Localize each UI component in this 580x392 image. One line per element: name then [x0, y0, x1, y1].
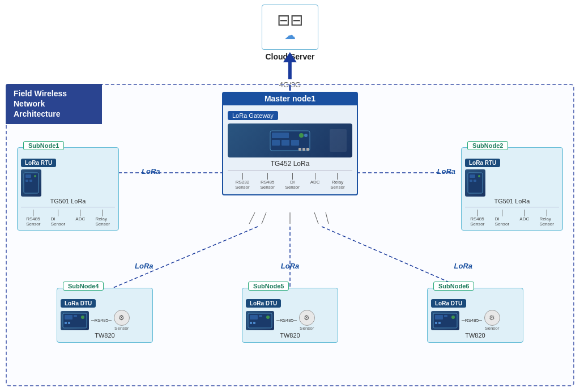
subnode6-dtu-badge: LoRa DTU	[431, 299, 466, 308]
main-container: ⊟⊟ ☁ Cloud Server 4G/3G Field Wireless N…	[0, 0, 580, 392]
subnode5-device-label: TW820	[246, 332, 334, 339]
subnode5: SubNode5 LoRa DTU ─RS485─ ⚙	[242, 288, 338, 343]
subnode6-content: LoRa DTU ─RS485─ ⚙ Sensor	[431, 297, 519, 339]
svg-rect-22	[25, 174, 31, 178]
subnode4-rs485: ─RS485─	[91, 318, 112, 323]
svg-rect-23	[25, 180, 28, 182]
master-node: Master node1 LoRa Gateway TG452 LoRa	[222, 92, 358, 195]
connector-di: DISensor	[285, 173, 300, 190]
connector-rs485: RS485Sensor	[260, 173, 274, 190]
subnode1-content: LoRa RTU TG501 LoRa RS485Sensor	[21, 157, 115, 227]
svg-point-46	[451, 316, 455, 319]
subnode6-sensor: ⚙ Sensor	[484, 310, 500, 331]
svg-rect-27	[470, 174, 475, 178]
arrow-line	[288, 62, 292, 79]
subnode5-header: SubNode5	[248, 282, 289, 291]
subnode1-device-row	[21, 169, 115, 197]
svg-rect-38	[250, 315, 258, 319]
subnode2-device-image	[465, 169, 485, 197]
subnode2-content: LoRa RTU TG501 LoRa RS485Sensor	[465, 157, 559, 227]
svg-rect-29	[474, 180, 476, 182]
svg-rect-13	[272, 140, 280, 146]
arrow-up-icon	[283, 52, 297, 62]
master-device-image	[228, 123, 352, 157]
connector-relay: RelaySensor	[330, 173, 344, 190]
subnode2: SubNode2 LoRa RTU TG501 LoRa	[461, 147, 563, 231]
connector-adc: ADC	[310, 173, 320, 190]
subnode2-device-row	[465, 169, 559, 197]
svg-rect-15	[291, 140, 299, 146]
master-node-header: Master node1	[222, 92, 358, 105]
svg-rect-45	[444, 315, 447, 317]
svg-rect-18	[298, 148, 301, 151]
svg-rect-39	[259, 315, 262, 317]
lora-label-bottom-center: LoRa	[281, 262, 300, 270]
subnode2-header: SubNode2	[467, 141, 508, 150]
svg-rect-12	[272, 133, 289, 138]
subnode4-header: SubNode4	[63, 282, 104, 291]
master-connectors: RS232Sensor RS485Sensor DISensor ADC Rel…	[228, 170, 352, 190]
svg-point-17	[304, 134, 308, 137]
svg-rect-33	[74, 315, 77, 317]
subnode6-rs485: ─RS485─	[462, 318, 482, 323]
lora-label-bottom-left: LoRa	[135, 262, 153, 270]
svg-rect-48	[438, 322, 441, 324]
svg-point-25	[34, 175, 36, 177]
subnode1: SubNode1 LoRa RTU TG501 LoRa	[17, 147, 119, 231]
master-device-label: TG452 LoRa	[228, 160, 352, 168]
subnode5-device-image	[246, 311, 274, 330]
subnode5-content: LoRa DTU ─RS485─ ⚙ Sensor	[246, 297, 334, 339]
subnode1-device-label: TG501 LoRa	[21, 198, 115, 204]
subnode2-rtu-badge: LoRa RTU	[465, 159, 500, 167]
svg-rect-14	[282, 140, 289, 146]
svg-rect-24	[29, 180, 32, 182]
subnode6: SubNode6 LoRa DTU ─RS485─ ⚙	[427, 288, 523, 343]
svg-rect-28	[470, 180, 472, 182]
subnode5-device-row: ─RS485─ ⚙ Sensor	[246, 310, 334, 331]
subnode2-connectors: RS485Sensor DISensor ADC RelaySensor	[465, 207, 559, 227]
svg-point-16	[299, 133, 304, 138]
svg-rect-19	[302, 148, 305, 151]
subnode1-header: SubNode1	[23, 141, 64, 150]
lora-label-left: LoRa	[142, 167, 160, 176]
subnode1-device-image	[21, 169, 41, 197]
svg-point-34	[81, 316, 84, 319]
subnode6-header: SubNode6	[433, 282, 474, 291]
lora-gateway-badge: LoRa Gateway	[228, 111, 278, 120]
subnode4-device-label: TW820	[61, 332, 149, 339]
subnode4-content: LoRa DTU ─RS485─ ⚙ Sensor	[61, 297, 149, 339]
subnode5-rs485: ─RS485─	[276, 318, 297, 323]
master-node-body: LoRa Gateway TG452 LoRa	[222, 105, 358, 195]
svg-rect-36	[68, 322, 70, 324]
subnode4: SubNode4 LoRa DTU ─RS485─ ⚙	[57, 288, 153, 343]
svg-rect-32	[65, 315, 72, 319]
field-title: Field Wireless Network Architecture	[6, 84, 102, 124]
cloud-icon: ☁	[284, 28, 296, 42]
subnode4-dtu-badge: LoRa DTU	[61, 299, 96, 308]
server-icon: ⊟⊟	[277, 12, 303, 28]
lora-label-right: LoRa	[437, 167, 456, 176]
svg-point-40	[266, 316, 270, 319]
svg-rect-47	[435, 322, 437, 324]
subnode5-dtu-badge: LoRa DTU	[246, 299, 281, 308]
subnode2-device-label: TG501 LoRa	[465, 198, 559, 204]
connector-rs232: RS232Sensor	[235, 173, 249, 190]
svg-point-30	[478, 175, 480, 177]
svg-rect-20	[306, 148, 309, 151]
svg-rect-41	[250, 322, 252, 324]
subnode1-connectors: RS485Sensor DISensor ADC RelaySensor	[21, 207, 115, 227]
subnode4-sensor: ⚙ Sensor	[114, 310, 130, 331]
subnode6-device-label: TW820	[431, 332, 519, 339]
subnode4-device-image	[61, 311, 89, 330]
subnode1-rtu-badge: LoRa RTU	[21, 159, 56, 167]
lora-label-bottom-right: LoRa	[454, 262, 473, 270]
svg-rect-35	[65, 322, 67, 324]
subnode4-device-row: ─RS485─ ⚙ Sensor	[61, 310, 149, 331]
svg-rect-42	[253, 322, 255, 324]
subnode6-device-row: ─RS485─ ⚙ Sensor	[431, 310, 519, 331]
svg-rect-44	[435, 315, 443, 319]
cloud-server-box: ⊟⊟ ☁	[262, 5, 318, 50]
subnode5-sensor: ⚙ Sensor	[299, 310, 315, 331]
subnode6-device-image	[431, 311, 459, 330]
